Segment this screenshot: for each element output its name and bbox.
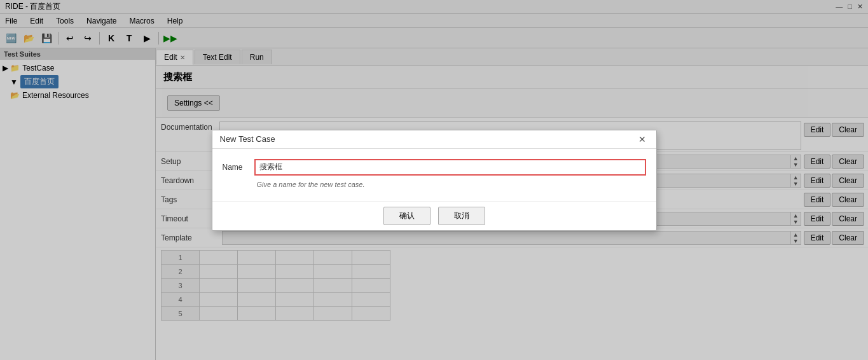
dialog-hint: Give a name for the new test case. <box>257 181 646 188</box>
dialog-buttons: 确认 取消 <box>212 201 656 230</box>
dialog-close-btn[interactable]: ✕ <box>636 134 649 144</box>
new-test-case-dialog: New Test Case ✕ Name Give a name for the… <box>212 130 657 231</box>
dialog-overlay: New Test Case ✕ Name Give a name for the… <box>0 0 868 360</box>
dialog-body: Name Give a name for the new test case. <box>212 149 656 201</box>
dialog-confirm-btn[interactable]: 确认 <box>383 207 431 225</box>
dialog-name-label: Name <box>223 163 254 172</box>
dialog-name-row: Name <box>223 159 646 176</box>
dialog-title: New Test Case <box>220 134 275 144</box>
dialog-cancel-btn[interactable]: 取消 <box>438 207 485 225</box>
dialog-name-input[interactable] <box>254 159 646 176</box>
dialog-title-bar: New Test Case ✕ <box>212 130 656 149</box>
